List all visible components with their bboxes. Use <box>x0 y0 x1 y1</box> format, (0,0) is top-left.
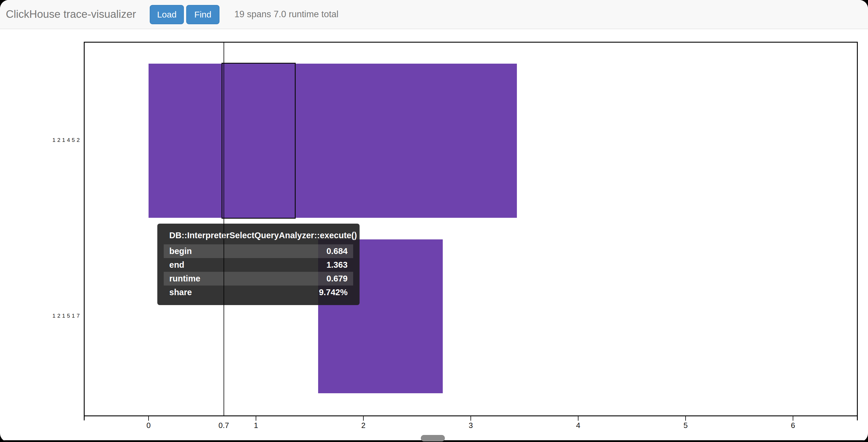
load-button[interactable]: Load <box>150 5 184 24</box>
y-axis-label: 121452 <box>38 137 82 143</box>
tooltip-row-value: 0.684 <box>326 246 348 256</box>
tooltip-row-label: end <box>169 260 184 270</box>
x-tick-label: 1 <box>244 421 268 430</box>
x-tick-mark <box>256 416 256 421</box>
tooltip-row-value: 0.679 <box>326 274 348 284</box>
x-tick-label: 5 <box>674 421 697 430</box>
span-tooltip: DB::InterpreterSelectQueryAnalyzer::exec… <box>157 224 360 305</box>
tooltip-rows: begin0.684end1.363runtime0.679share9.742… <box>164 244 353 299</box>
tooltip-row-label: share <box>169 288 192 297</box>
ruler-line <box>223 42 224 416</box>
y-axis-label: 121517 <box>38 313 82 319</box>
x-tick-mark <box>578 416 579 421</box>
x-tick-label: 3 <box>459 421 483 430</box>
scrollbar-thumb[interactable] <box>421 435 445 441</box>
x-tick-mark <box>793 416 793 421</box>
tooltip-title: DB::InterpreterSelectQueryAnalyzer::exec… <box>164 228 353 244</box>
tooltip-row-label: runtime <box>169 274 200 284</box>
axis-outer-tick-left <box>84 415 85 420</box>
tooltip-row: runtime0.679 <box>164 272 353 286</box>
tooltip-row: begin0.684 <box>164 244 353 258</box>
x-tick-label: 2 <box>352 421 375 430</box>
app-header: ClickHouse trace-visualizer Load Find 19… <box>0 0 868 29</box>
tooltip-row: end1.363 <box>164 258 353 272</box>
x-tick-label: 6 <box>781 421 805 430</box>
app-window: ClickHouse trace-visualizer Load Find 19… <box>0 0 868 442</box>
tooltip-row-value: 9.742% <box>319 288 348 297</box>
tooltip-row-value: 1.363 <box>326 260 348 270</box>
ruler-label: 0.7 <box>212 421 236 430</box>
find-button[interactable]: Find <box>186 5 219 24</box>
x-tick-label: 4 <box>566 421 590 430</box>
tooltip-row: share9.742% <box>164 286 353 299</box>
x-tick-label: 0 <box>137 421 160 430</box>
x-tick-mark <box>470 416 471 421</box>
x-tick-mark <box>363 416 364 421</box>
spans-summary: 19 spans 7.0 runtime total <box>235 9 339 20</box>
axis-outer-tick-right <box>857 415 858 420</box>
tooltip-row-label: begin <box>169 246 192 256</box>
span-bar[interactable] <box>149 64 517 218</box>
x-tick-mark <box>685 416 686 421</box>
x-tick-mark <box>148 416 149 421</box>
selected-span-outline <box>221 63 296 219</box>
app-title: ClickHouse trace-visualizer <box>6 8 136 21</box>
